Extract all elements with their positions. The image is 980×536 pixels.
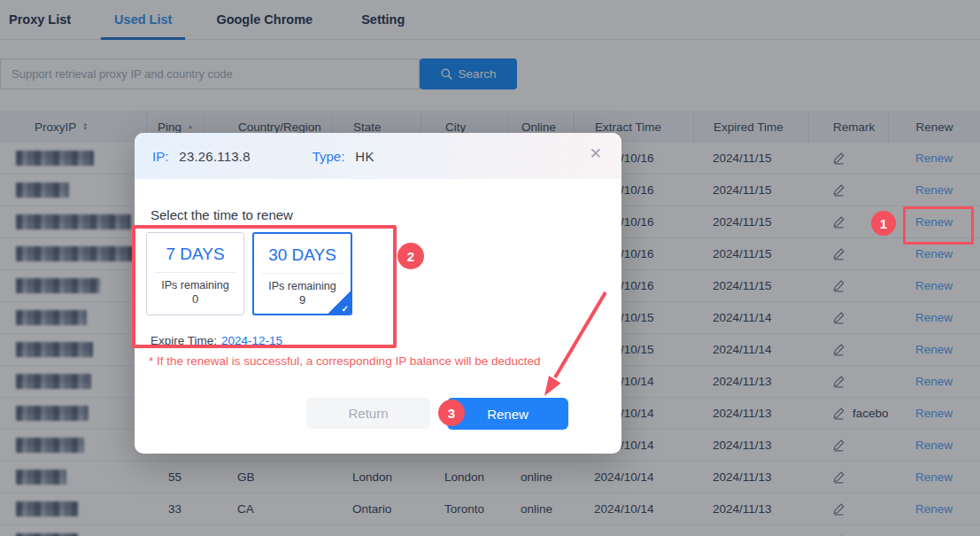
annotation-step-1-badge: 1 <box>871 211 896 236</box>
return-button[interactable]: Return <box>306 398 430 429</box>
type-label: Type: <box>313 149 345 164</box>
close-icon[interactable]: ✕ <box>590 146 602 161</box>
ip-label: IP: <box>152 149 168 164</box>
type-value: HK <box>355 149 374 164</box>
annotation-step-3-badge: 3 <box>438 400 465 426</box>
annotation-box-step1 <box>903 206 974 245</box>
select-time-label: Select the time to renew <box>150 207 293 222</box>
annotation-step-2-badge: 2 <box>397 243 424 269</box>
annotation-box-step2 <box>132 225 397 348</box>
annotation-arrow <box>531 285 620 405</box>
dialog-header: IP: 23.26.113.8 Type: HK ✕ <box>135 133 621 179</box>
renewal-note: * If the renewal is successful, a corres… <box>149 354 541 368</box>
ip-value: 23.26.113.8 <box>179 149 250 164</box>
